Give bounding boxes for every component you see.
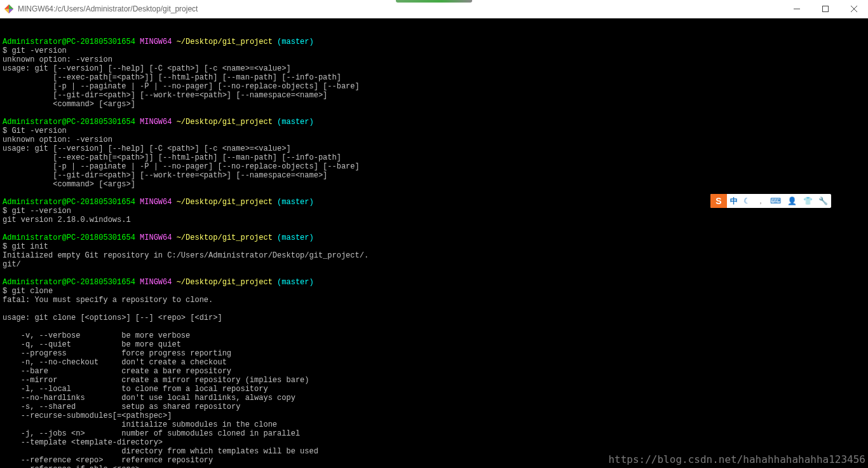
cmd: $ git clone bbox=[3, 287, 53, 296]
terminal[interactable]: Administrator@PC-201805301654 MINGW64 ~/… bbox=[0, 18, 868, 468]
prompt-userhost: Administrator@PC-201805301654 bbox=[3, 38, 135, 46]
ime-user-icon[interactable]: 👤 bbox=[787, 196, 797, 205]
out: --reference-if-able <repo> bbox=[3, 465, 140, 468]
out: [--git-dir=<path>] [--work-tree=<path>] … bbox=[3, 171, 327, 180]
ime-skin-icon[interactable]: 👕 bbox=[803, 196, 813, 205]
out: fatal: You must specify a repository to … bbox=[3, 296, 213, 305]
out: --recurse-submodules[=<pathspec>] bbox=[3, 411, 172, 420]
ime-icons: 中 ☾ ， ⌨ 👤 👕 🔧 bbox=[727, 196, 831, 205]
ime-punct-icon[interactable]: ， bbox=[757, 196, 764, 205]
ime-lang-icon[interactable]: 中 bbox=[730, 196, 738, 205]
svg-marker-1 bbox=[9, 4, 13, 9]
out: -n, --no-checkout don't create a checkou… bbox=[3, 358, 227, 367]
out: usage: git [--version] [--help] [-C <pat… bbox=[3, 144, 291, 153]
out: initialize submodules in the clone bbox=[3, 420, 277, 429]
minimize-button[interactable] bbox=[782, 0, 811, 18]
sogou-logo[interactable]: S bbox=[710, 194, 727, 208]
line: Administrator@PC-201805301654 MINGW64 ~/… bbox=[3, 38, 314, 46]
out: usage: git clone [<options>] [--] <repo>… bbox=[3, 313, 222, 322]
out: --no-hardlinks don't use local hardlinks… bbox=[3, 394, 295, 403]
line: Administrator@PC-201805301654 MINGW64 ~/… bbox=[3, 118, 314, 127]
prompt-sys: MINGW64 bbox=[140, 38, 172, 46]
cmd: $ git init bbox=[3, 242, 48, 251]
svg-marker-3 bbox=[4, 9, 9, 13]
svg-rect-5 bbox=[822, 6, 828, 12]
window: MINGW64:/c/Users/Administrator/Desktop/g… bbox=[0, 0, 868, 468]
out: <command> [<args>] bbox=[3, 180, 135, 189]
cmd: $ git -version bbox=[3, 46, 67, 55]
line: Administrator@PC-201805301654 MINGW64 ~/… bbox=[3, 233, 314, 242]
window-buttons bbox=[782, 0, 868, 18]
cmd: $ Git -version bbox=[3, 127, 67, 135]
maximize-button[interactable] bbox=[811, 0, 839, 18]
line: Administrator@PC-201805301654 MINGW64 ~/… bbox=[3, 278, 314, 287]
out: usage: git [--version] [--help] [-C <pat… bbox=[3, 64, 291, 73]
ime-moon-icon[interactable]: ☾ bbox=[743, 196, 750, 205]
out: -q, --quiet be more quiet bbox=[3, 340, 181, 349]
out: --mirror create a mirror repository (imp… bbox=[3, 376, 309, 385]
out: Initialized empty Git repository in C:/U… bbox=[3, 251, 369, 260]
out: -j, --jobs <n> number of submodules clon… bbox=[3, 429, 300, 438]
out: [--git-dir=<path>] [--work-tree=<path>] … bbox=[3, 91, 327, 100]
prompt-path: ~/Desktop/git_project bbox=[177, 38, 273, 46]
out: --template <template-directory> bbox=[3, 438, 163, 447]
line: Administrator@PC-201805301654 MINGW64 ~/… bbox=[3, 198, 314, 207]
out: git version 2.18.0.windows.1 bbox=[3, 216, 131, 224]
out: [-p | --paginate | -P | --no-pager] [--n… bbox=[3, 162, 360, 171]
out: unknown option: -version bbox=[3, 135, 112, 144]
out: --reference <repo> reference repository bbox=[3, 456, 213, 465]
out: [--exec-path[=<path>]] [--html-path] [--… bbox=[3, 153, 341, 162]
out: -v, --verbose be more verbose bbox=[3, 331, 190, 340]
ime-tool-icon[interactable]: 🔧 bbox=[818, 196, 828, 205]
out: <command> [<args>] bbox=[3, 100, 135, 109]
out: [-p | --paginate | -P | --no-pager] [--n… bbox=[3, 82, 360, 91]
out: -s, --shared setup as shared repository bbox=[3, 403, 240, 411]
svg-marker-2 bbox=[9, 9, 13, 13]
title-bar: MINGW64:/c/Users/Administrator/Desktop/g… bbox=[0, 0, 868, 18]
prompt-branch: (master) bbox=[277, 38, 314, 46]
cmd: $ git --version bbox=[3, 207, 71, 216]
out: git/ bbox=[3, 260, 21, 269]
close-button[interactable] bbox=[839, 0, 868, 18]
ime-toolbar[interactable]: S 中 ☾ ， ⌨ 👤 👕 🔧 bbox=[710, 194, 831, 208]
ime-keyboard-icon[interactable]: ⌨ bbox=[770, 196, 781, 205]
window-title: MINGW64:/c/Users/Administrator/Desktop/g… bbox=[18, 4, 782, 13]
app-icon bbox=[4, 4, 14, 14]
out: --progress force progress reporting bbox=[3, 349, 231, 358]
out: -l, --local to clone from a local reposi… bbox=[3, 385, 268, 394]
out: directory from which templates will be u… bbox=[3, 447, 318, 456]
out: --bare create a bare repository bbox=[3, 367, 231, 376]
out: [--exec-path[=<path>]] [--html-path] [--… bbox=[3, 73, 341, 82]
tab-indicator bbox=[396, 0, 472, 3]
watermark: https://blog.csdn.net/hahahhahahahha1234… bbox=[608, 455, 865, 464]
out: unknown option: -version bbox=[3, 55, 112, 64]
